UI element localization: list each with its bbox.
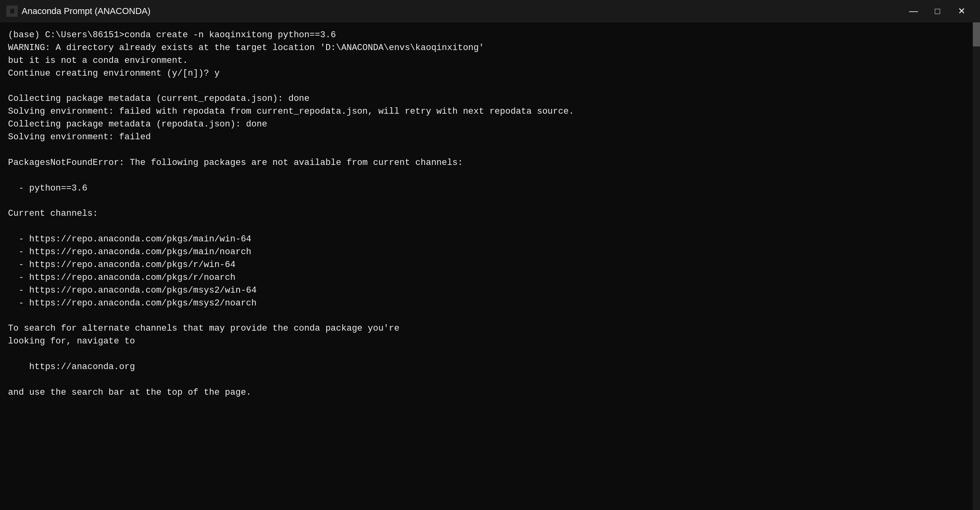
scrollbar[interactable] (973, 22, 980, 510)
maximize-button[interactable]: □ (926, 0, 950, 22)
window-title: Anaconda Prompt (ANACONDA) (22, 6, 151, 16)
close-button[interactable]: ✕ (950, 0, 974, 22)
scrollbar-thumb[interactable] (973, 22, 980, 46)
title-bar-controls: — □ ✕ (901, 0, 974, 22)
terminal-icon-glyph: 🖥 (9, 8, 15, 15)
anaconda-prompt-window: 🖥 Anaconda Prompt (ANACONDA) — □ ✕ (base… (0, 0, 980, 510)
minimize-button[interactable]: — (901, 0, 926, 22)
title-bar-left: 🖥 Anaconda Prompt (ANACONDA) (6, 6, 151, 17)
terminal-icon: 🖥 (6, 6, 18, 17)
terminal-body[interactable]: (base) C:\Users\86151>conda create -n ka… (0, 22, 980, 510)
title-bar: 🖥 Anaconda Prompt (ANACONDA) — □ ✕ (0, 0, 980, 22)
terminal-output: (base) C:\Users\86151>conda create -n ka… (8, 29, 972, 399)
